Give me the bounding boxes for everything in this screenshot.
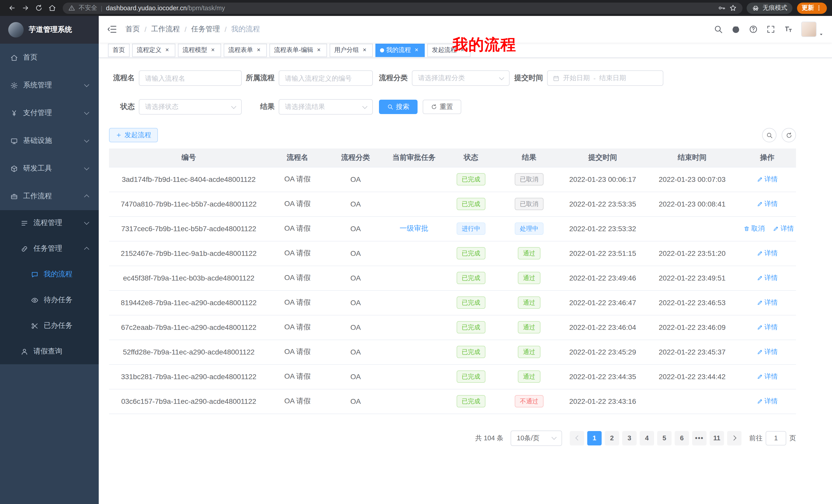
prev-page-button[interactable] (570, 431, 584, 445)
result-tag: 通过 (518, 346, 541, 358)
detail-action[interactable]: 详情 (757, 175, 778, 184)
sidebar-item-todo-tasks[interactable]: 待办任务 (0, 287, 99, 313)
detail-action[interactable]: 详情 (757, 273, 778, 283)
sidebar-item-process-management[interactable]: 流程管理 (0, 210, 99, 236)
column-header-id: 编号 (109, 148, 268, 167)
chrome-update-button[interactable]: 更新 (797, 2, 827, 13)
detail-action[interactable]: 详情 (757, 372, 778, 381)
refresh-table-button[interactable] (782, 128, 796, 142)
github-icon[interactable] (731, 25, 740, 34)
user-menu[interactable] (801, 22, 824, 37)
submit-time-cell: 2022-01-22 23:51:15 (560, 241, 646, 265)
detail-action[interactable]: 详情 (757, 323, 778, 332)
address-bar[interactable]: 不安全 | dashboard.yudao.iocoder.cn/bpm/tas… (63, 2, 743, 13)
close-icon[interactable] (255, 47, 262, 54)
end-time-cell: 2022-01-22 23:44:42 (646, 364, 738, 389)
breadcrumb-task-management[interactable]: 任务管理 (191, 25, 220, 34)
sidebar-item-infrastructure[interactable]: 基础设施 (0, 127, 99, 155)
tab[interactable]: 首页 (108, 44, 130, 57)
detail-action[interactable]: 详情 (757, 298, 778, 307)
reload-button[interactable] (32, 1, 45, 15)
close-icon[interactable] (413, 47, 420, 54)
result-select[interactable]: 请选择流结果 (279, 99, 373, 115)
page-size-select[interactable]: 10条/页 (511, 430, 562, 446)
sidebar-item-payment[interactable]: 支付管理 (0, 99, 99, 127)
sidebar-item-workflow[interactable]: 工作流程 (0, 183, 99, 210)
detail-action[interactable]: 详情 (757, 397, 778, 406)
process-name-input[interactable] (139, 71, 242, 86)
delete-icon (744, 226, 750, 232)
definition-input[interactable] (279, 71, 373, 86)
sidebar-item-task-management[interactable]: 任务管理 (0, 236, 99, 261)
back-button[interactable] (5, 1, 19, 15)
tab[interactable]: 流程表单-编辑 (269, 44, 327, 57)
url-text: dashboard.yudao.iocoder.cn/bpm/task/my (106, 4, 225, 11)
search-button[interactable]: 搜索 (379, 100, 418, 114)
reset-button[interactable]: 重置 (423, 100, 461, 114)
table-row: 7470a810-7b9b-11ec-b5b7-acde48001122 OA … (109, 192, 796, 216)
tab[interactable]: 流程表单 (224, 44, 267, 57)
status-select[interactable]: 请选择状态 (139, 99, 242, 115)
category-select[interactable]: 请选择流程分类 (412, 71, 510, 86)
page-button[interactable]: 11 (710, 431, 724, 445)
calendar-icon (553, 75, 560, 81)
home-button[interactable] (45, 1, 59, 15)
page-button[interactable]: 3 (622, 431, 636, 445)
process-name-cell: OA 请假 (268, 192, 327, 216)
detail-action[interactable]: 详情 (773, 224, 794, 233)
search-icon[interactable] (714, 25, 723, 34)
next-page-button[interactable] (727, 431, 742, 445)
pagination: 共 104 条 10条/页 1 2 3 (109, 430, 796, 446)
sidebar-item-devtools[interactable]: 研发工具 (0, 155, 99, 183)
close-icon[interactable] (459, 47, 466, 54)
breadcrumb-home[interactable]: 首页 (126, 25, 140, 34)
create-process-button[interactable]: 发起流程 (109, 128, 158, 142)
page-button[interactable]: ••• (692, 431, 706, 445)
goto-page-input[interactable] (766, 431, 786, 445)
url-path: /bpm/task/my (187, 4, 225, 11)
fullscreen-icon[interactable] (766, 25, 775, 34)
detail-action[interactable]: 详情 (757, 199, 778, 208)
close-icon[interactable] (315, 47, 322, 54)
sidebar-item-my-process[interactable]: 我的流程 (0, 261, 99, 287)
close-icon[interactable] (163, 47, 171, 54)
tab[interactable]: 流程定义 (132, 44, 175, 57)
font-size-icon[interactable] (784, 25, 793, 34)
tab[interactable]: 用户分组 (330, 44, 373, 57)
content: 流程名 所属流程 流程分类 请选择流程分类 提交时间 开始日期 - 结束日期 (109, 71, 796, 446)
avatar[interactable] (801, 22, 816, 37)
breadcrumb-workflow[interactable]: 工作流程 (151, 25, 180, 34)
help-icon[interactable] (749, 25, 758, 34)
chevron-up-icon (84, 247, 89, 252)
sidebar-item-system[interactable]: 系统管理 (0, 72, 99, 99)
cancel-action[interactable]: 取消 (744, 224, 765, 233)
bookmark-star-icon[interactable] (729, 4, 737, 12)
page-button[interactable]: 2 (605, 431, 619, 445)
sidebar-item-leave-query[interactable]: 请假查询 (0, 339, 99, 364)
submit-time-range-picker[interactable]: 开始日期 - 结束日期 (547, 71, 663, 86)
page-button[interactable]: 4 (640, 431, 654, 445)
tab[interactable]: 流程模型 (178, 44, 221, 57)
close-icon[interactable] (209, 47, 216, 54)
caret-down-icon (818, 32, 824, 37)
page-button[interactable]: 5 (657, 431, 672, 445)
process-name-cell: OA 请假 (268, 364, 327, 389)
toggle-search-button[interactable] (762, 128, 777, 142)
current-task-link[interactable]: 一级审批 (399, 224, 428, 232)
tab[interactable]: 发起流程 (427, 44, 470, 57)
result-tag: 通过 (518, 272, 541, 284)
page-button[interactable]: 6 (675, 431, 689, 445)
page-button[interactable]: 1 (587, 431, 602, 445)
app-logo: 芋道管理系统 (0, 16, 99, 44)
detail-action[interactable]: 详情 (757, 347, 778, 357)
password-key-icon[interactable] (718, 4, 726, 12)
table-row: 67c2eaab-7b9a-11ec-a290-acde48001122 OA … (109, 315, 796, 340)
hamburger-icon[interactable] (107, 24, 117, 34)
detail-action[interactable]: 详情 (757, 249, 778, 258)
close-icon[interactable] (361, 47, 368, 54)
forward-button[interactable] (19, 1, 32, 15)
sidebar-item-done-tasks[interactable]: 已办任务 (0, 313, 99, 339)
sidebar-item-home[interactable]: 首页 (0, 44, 99, 72)
tab[interactable]: 我的流程 (375, 44, 425, 57)
chevron-up-icon (84, 194, 89, 200)
